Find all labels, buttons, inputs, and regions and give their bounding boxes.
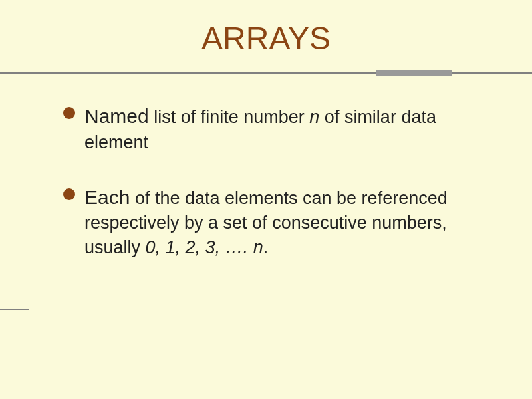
bullet-icon [63,107,75,119]
title-divider [0,70,532,76]
bullet-text: . [263,237,269,257]
bullet-icon [63,188,75,200]
slide-title: ARRAYS [0,0,532,63]
divider-line [0,72,532,74]
slide-content: Named list of finite number n of similar… [0,76,532,259]
bullet-first-word: Each [84,186,130,208]
bullet-first-word: Named [84,105,149,127]
bullet-emphasis: 0, 1, 2, 3, …. n [146,237,263,257]
divider-accent [376,70,452,76]
bullet-item: Named list of finite number n of similar… [63,103,472,154]
left-edge-mark [0,309,29,310]
bullet-emphasis: n [309,107,319,127]
bullet-text: list of finite number [149,107,310,127]
bullet-item: Each of the data elements can be referen… [63,184,472,259]
